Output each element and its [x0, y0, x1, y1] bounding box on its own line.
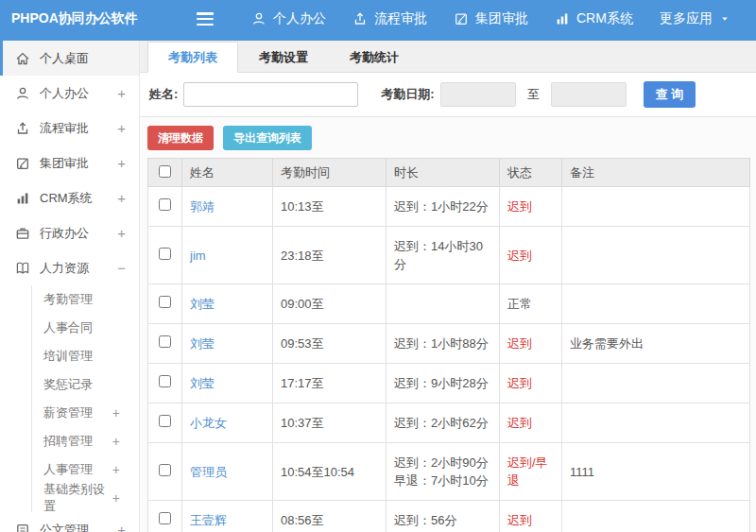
table-row: 小龙女10:37至迟到：2小时62分迟到: [148, 403, 750, 443]
main-layout: 个人桌面个人办公+流程审批+集团审批+CRM系统+行政办公+人力资源−考勤管理人…: [0, 38, 756, 532]
caret-icon: [719, 13, 730, 25]
row-checkbox[interactable]: [159, 335, 171, 348]
tab-attendance-settings[interactable]: 考勤设置: [238, 42, 329, 73]
sidebar-item-label: CRM系统: [40, 190, 93, 207]
employee-name-link[interactable]: 管理员: [190, 465, 227, 479]
date-from-input[interactable]: [440, 82, 516, 107]
chart-icon: [15, 191, 30, 206]
employee-name-link[interactable]: jim: [190, 249, 206, 263]
sidebar-subitem-salary-management[interactable]: 薪资管理+: [32, 399, 139, 427]
sidebar-subitem-hr-contract[interactable]: 人事合同: [32, 314, 139, 342]
action-buttons: 清理数据 导出查询列表: [140, 117, 756, 158]
sidebar-subitem-basic-category-settings[interactable]: 基础类别设置+: [32, 484, 139, 512]
sidebar-subitem-label: 基础类别设置: [43, 481, 112, 515]
duration-text: 迟到：2小时62分: [394, 416, 489, 430]
table-row: 王壹辉08:56至迟到：56分迟到: [148, 501, 750, 532]
name-label: 姓名:: [149, 86, 178, 103]
employee-name-link[interactable]: 小龙女: [190, 416, 227, 430]
duration-text: 迟到：1小时88分: [394, 336, 489, 351]
nav-item-workflow-approval[interactable]: 流程审批: [339, 0, 440, 38]
attendance-time: 10:37至: [281, 416, 324, 430]
edit-icon: [15, 156, 30, 171]
expand-plus-icon: +: [117, 121, 126, 135]
status-badge: 正常: [507, 297, 532, 311]
search-button[interactable]: 查 询: [644, 81, 696, 108]
sidebar-item-crm-system[interactable]: CRM系统+: [0, 180, 139, 215]
table-row: 管理员10:54至10:54迟到：2小时90分 早退：7小时10分迟到/早退11…: [148, 443, 750, 501]
row-checkbox[interactable]: [159, 296, 171, 308]
date-to-label: 至: [527, 86, 540, 103]
duration-text: 迟到：14小时30分: [394, 239, 483, 271]
column-header: 时长: [387, 159, 500, 187]
sidebar-item-label: 流程审批: [40, 120, 89, 137]
doc-icon: [15, 523, 30, 532]
column-header: 备注: [562, 159, 750, 187]
nav-item-label: 个人办公: [273, 10, 326, 27]
sidebar-item-workflow-approval[interactable]: 流程审批+: [0, 111, 139, 146]
employee-name-link[interactable]: 刘莹: [190, 297, 215, 311]
employee-name-link[interactable]: 王壹辉: [190, 513, 227, 527]
sidebar-subitem-label: 考勤管理: [43, 291, 93, 308]
attendance-date-label: 考勤日期:: [381, 86, 434, 103]
row-checkbox[interactable]: [159, 512, 171, 524]
sidebar-item-document-management[interactable]: 公文管理+: [0, 512, 139, 532]
name-input[interactable]: [183, 82, 358, 107]
nav-item-label: 更多应用: [660, 10, 713, 27]
nav-item-personal-office[interactable]: 个人办公: [238, 0, 339, 38]
duration-text: 迟到：2小时90分 早退：7小时10分: [394, 455, 489, 488]
expand-plus-icon: +: [117, 86, 126, 100]
attendance-time: 08:56至: [281, 513, 324, 527]
sidebar-subitem-recruitment-management[interactable]: 招聘管理+: [32, 427, 139, 455]
sidebar-subitem-training-management[interactable]: 培训管理: [32, 342, 139, 370]
row-checkbox[interactable]: [159, 248, 171, 260]
tab-attendance-stats[interactable]: 考勤统计: [329, 42, 420, 73]
expand-plus-icon: +: [117, 523, 126, 532]
employee-name-link[interactable]: 刘莹: [190, 376, 215, 390]
sidebar-item-personal-office[interactable]: 个人办公+: [0, 76, 139, 111]
column-header: 状态: [500, 159, 562, 187]
sidebar: 个人桌面个人办公+流程审批+集团审批+CRM系统+行政办公+人力资源−考勤管理人…: [0, 41, 140, 532]
nav-item-crm-system[interactable]: CRM系统: [541, 0, 646, 38]
tab-attendance-list[interactable]: 考勤列表: [147, 42, 238, 73]
date-to-input[interactable]: [551, 82, 627, 107]
row-checkbox[interactable]: [159, 198, 171, 211]
select-all-checkbox[interactable]: [159, 165, 171, 178]
status-badge: 迟到: [507, 249, 532, 263]
table-row: 刘莹09:00至正常: [148, 284, 750, 324]
duration-text: 迟到：1小时22分: [394, 199, 489, 214]
table-header-row: 姓名考勤时间时长状态备注: [148, 159, 750, 187]
menu-toggle-icon[interactable]: [197, 12, 214, 26]
duration-text: 迟到：56分: [394, 513, 456, 527]
collapse-minus-icon: −: [117, 261, 126, 275]
expand-plus-icon: +: [112, 406, 120, 420]
tab-bar: 考勤列表考勤设置考勤统计: [140, 41, 756, 73]
expand-plus-icon: +: [117, 226, 126, 240]
status-badge: 迟到: [507, 416, 532, 430]
upload-icon: [352, 11, 368, 26]
sidebar-item-personal-desktop[interactable]: 个人桌面: [0, 41, 139, 76]
sidebar-item-label: 个人办公: [40, 85, 89, 102]
remark-text: 1111: [570, 465, 594, 479]
sidebar-subitem-personnel-management[interactable]: 人事管理+: [32, 455, 139, 484]
edit-icon: [454, 11, 469, 26]
export-list-button[interactable]: 导出查询列表: [223, 126, 312, 150]
nav-item-group-approval[interactable]: 集团审批: [440, 0, 541, 38]
sidebar-item-admin-office[interactable]: 行政办公+: [0, 215, 139, 250]
nav-item-more-apps[interactable]: 更多应用: [646, 0, 744, 38]
sidebar-item-group-approval[interactable]: 集团审批+: [0, 146, 139, 180]
sidebar-subitem-reward-punishment-records[interactable]: 奖惩记录: [32, 370, 139, 399]
sidebar-subitem-label: 人事合同: [43, 319, 93, 336]
row-checkbox[interactable]: [159, 375, 171, 387]
attendance-time: 17:17至: [281, 376, 324, 390]
status-badge: 迟到: [507, 336, 532, 351]
row-checkbox[interactable]: [159, 415, 171, 427]
sidebar-item-human-resources[interactable]: 人力资源−: [0, 250, 139, 285]
employee-name-link[interactable]: 郭靖: [190, 199, 215, 214]
row-checkbox[interactable]: [159, 464, 171, 476]
sidebar-subitem-attendance-management[interactable]: 考勤管理: [32, 285, 139, 314]
column-header: 姓名: [182, 159, 273, 187]
main-content: 考勤列表考勤设置考勤统计 姓名: 考勤日期: 至 查 询 清理数据 导出查询列表: [140, 41, 756, 532]
clean-data-button[interactable]: 清理数据: [147, 126, 214, 150]
employee-name-link[interactable]: 刘莹: [190, 336, 215, 351]
sidebar-item-label: 行政办公: [40, 225, 89, 242]
